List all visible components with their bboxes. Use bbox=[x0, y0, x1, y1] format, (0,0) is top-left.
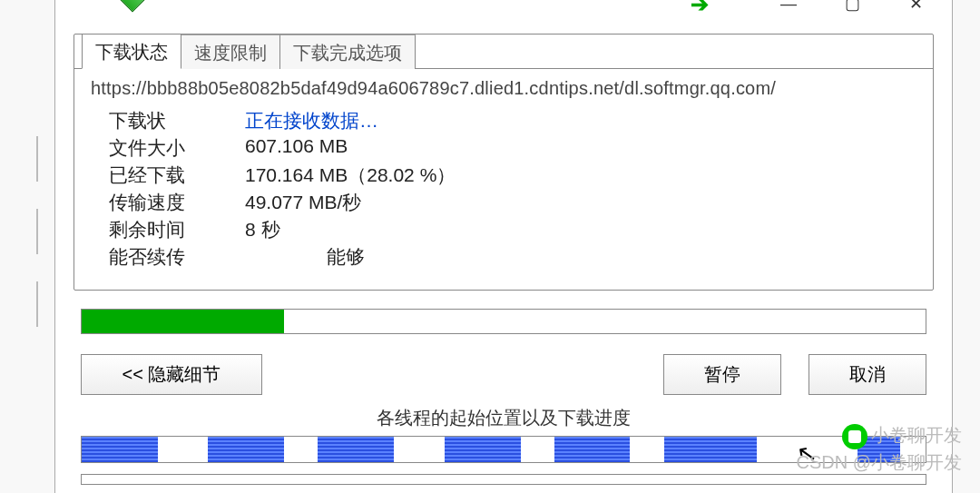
thread-segment-filled bbox=[82, 437, 158, 462]
value-downloaded: 170.164 MB（28.02 %） bbox=[245, 163, 456, 188]
value-status: 正在接收数据… bbox=[245, 108, 378, 133]
row-downloaded: 已经下载 170.164 MB（28.02 %） bbox=[91, 163, 916, 188]
thread-segment-filled bbox=[208, 437, 284, 462]
thread-segment-gap bbox=[630, 437, 663, 462]
value-resumable: 能够 bbox=[245, 244, 365, 270]
row-status: 下载状 正在接收数据… bbox=[91, 108, 916, 133]
label-resumable: 能否续传 bbox=[91, 244, 245, 270]
label-downloaded: 已经下载 bbox=[91, 163, 245, 188]
thread-segment-gap bbox=[394, 437, 445, 462]
maximize-button[interactable]: ▢ bbox=[834, 0, 870, 14]
tab-speed-limit[interactable]: 速度限制 bbox=[181, 35, 280, 69]
thread-segment-filled bbox=[554, 437, 631, 462]
thread-detail-box bbox=[81, 474, 926, 485]
row-filesize: 文件大小 607.106 MB bbox=[91, 135, 916, 161]
download-url: https://bbb88b05e8082b5daf49d94a606789c7… bbox=[91, 78, 916, 99]
minimize-button[interactable]: — bbox=[770, 0, 807, 14]
tab-bar: 下载状态 速度限制 下载完成选项 bbox=[74, 34, 933, 68]
thread-segment-gap bbox=[900, 437, 926, 462]
thread-segment-filled bbox=[664, 437, 757, 462]
label-filesize: 文件大小 bbox=[91, 135, 245, 161]
tab-download-status[interactable]: 下载状态 bbox=[82, 34, 181, 69]
tab-content: https://bbb88b05e8082b5daf49d94a606789c7… bbox=[74, 68, 933, 290]
thread-segment-gap bbox=[284, 437, 318, 462]
download-window: ➔ — ▢ ✕ 下载状态 速度限制 下载完成选项 https://bbb88b0… bbox=[54, 0, 953, 493]
hide-details-button[interactable]: << 隐藏细节 bbox=[81, 354, 262, 395]
button-row: << 隐藏细节 暂停 取消 bbox=[81, 354, 926, 395]
label-remaining: 剩余时间 bbox=[91, 217, 245, 242]
progress-fill bbox=[82, 310, 284, 333]
overall-progress-bar bbox=[81, 309, 926, 334]
row-remaining: 剩余时间 8 秒 bbox=[91, 217, 916, 242]
value-speed: 49.077 MB/秒 bbox=[245, 190, 361, 215]
left-edge-fragment bbox=[36, 109, 49, 454]
thread-segment-gap bbox=[521, 437, 554, 462]
tab-complete-options[interactable]: 下载完成选项 bbox=[279, 35, 416, 69]
thread-section-title: 各线程的起始位置以及下载进度 bbox=[74, 406, 934, 430]
label-speed: 传输速度 bbox=[91, 190, 245, 215]
row-speed: 传输速度 49.077 MB/秒 bbox=[91, 190, 916, 215]
value-remaining: 8 秒 bbox=[245, 217, 280, 242]
thread-segment-filled bbox=[445, 437, 521, 462]
close-button[interactable]: ✕ bbox=[897, 0, 934, 14]
status-panel: 下载状态 速度限制 下载完成选项 https://bbb88b05e8082b5… bbox=[74, 34, 934, 291]
titlebar: — ▢ ✕ bbox=[55, 0, 952, 15]
row-resumable: 能否续传 能够 bbox=[91, 244, 916, 270]
label-status: 下载状 bbox=[91, 108, 245, 133]
thread-segment-filled bbox=[858, 437, 900, 462]
thread-segment-gap bbox=[158, 437, 209, 462]
value-filesize: 607.106 MB bbox=[245, 135, 348, 161]
thread-segment-filled bbox=[318, 437, 394, 462]
pause-button[interactable]: 暂停 bbox=[663, 354, 781, 395]
arrow-right-icon: ➔ bbox=[691, 0, 709, 17]
cancel-button[interactable]: 取消 bbox=[808, 354, 926, 395]
